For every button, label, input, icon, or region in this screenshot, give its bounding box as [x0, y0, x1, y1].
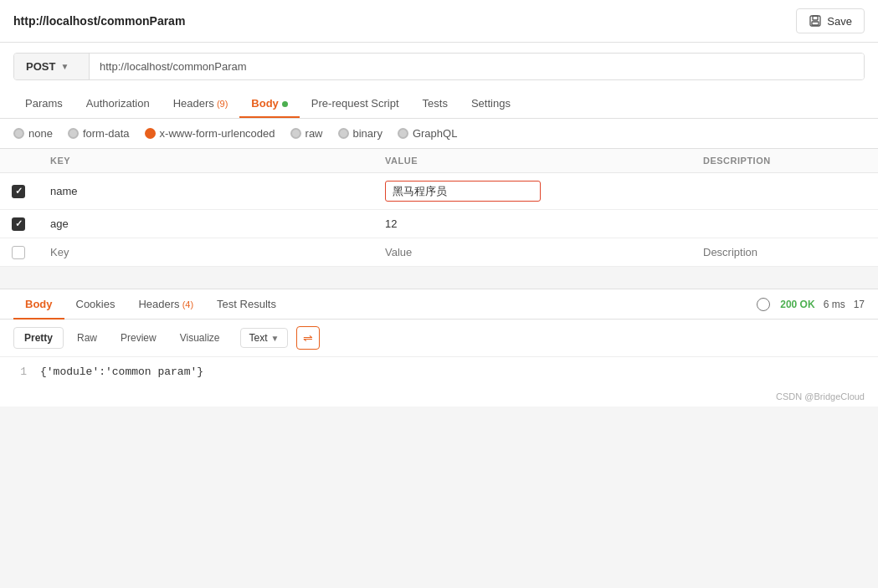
tab-badge-headers: (9) [214, 99, 228, 109]
globe-icon [757, 298, 770, 311]
empty-key-input[interactable] [50, 246, 365, 258]
table-row: ✓ [0, 210, 878, 238]
top-bar: http://localhost/commonParam Save [0, 0, 878, 43]
empty-checkbox[interactable] [12, 246, 25, 259]
radio-label-graphql: GraphQL [413, 127, 457, 140]
radio-dot-none [13, 128, 24, 139]
row-1-desc-input[interactable] [703, 217, 868, 230]
view-tab-pretty[interactable]: Pretty [13, 327, 64, 349]
response-tabs-row: BodyCookiesHeaders (4)Test Results 200 O… [0, 289, 878, 320]
table-empty-row [0, 238, 878, 267]
tab-tests[interactable]: Tests [411, 90, 460, 116]
method-url-row: POST ▼ [13, 53, 865, 80]
empty-desc-cell [693, 238, 878, 267]
col-header-description: DESCRIPTION [693, 149, 878, 173]
row-1-key-cell [40, 210, 375, 238]
view-tab-raw[interactable]: Raw [67, 328, 107, 348]
body-options-row: noneform-datax-www-form-urlencodedrawbin… [0, 119, 878, 149]
top-bar-url: http://localhost/commonParam [13, 14, 185, 28]
row-0-value-input[interactable] [385, 181, 541, 202]
row-1-checkbox[interactable]: ✓ [12, 217, 25, 231]
row-0-checkbox[interactable]: ✓ [12, 185, 25, 198]
row-1-key-input[interactable] [50, 217, 365, 230]
radio-label-x-www-form-urlencoded: x-www-form-urlencoded [160, 127, 275, 140]
code-area: 1 {'module':'common param'} [0, 357, 878, 386]
response-tab-body[interactable]: Body [13, 289, 64, 319]
radio-option-raw[interactable]: raw [290, 127, 323, 140]
tab-headers[interactable]: Headers (9) [162, 90, 240, 116]
empty-check-cell [0, 238, 40, 267]
response-size: 17 [854, 299, 865, 310]
tab-settings[interactable]: Settings [460, 90, 522, 116]
spacer [0, 267, 878, 280]
code-line: 1 {'module':'common param'} [13, 366, 865, 378]
view-tab-visualize[interactable]: Visualize [170, 328, 230, 348]
params-table: KEY VALUE DESCRIPTION ✓✓ [0, 149, 878, 267]
response-tab-badge-headers: (4) [180, 299, 194, 309]
response-meta: 200 OK 6 ms 17 [757, 298, 865, 311]
row-0-key-cell [40, 173, 375, 210]
tab-params[interactable]: Params [13, 90, 74, 116]
response-tab-cookies[interactable]: Cookies [64, 289, 127, 319]
empty-desc-input[interactable] [703, 246, 868, 258]
view-tabs-row: PrettyRawPreviewVisualize Text ▼ ⇌ [0, 320, 878, 357]
radio-option-form-data[interactable]: form-data [68, 127, 130, 140]
format-chevron-icon: ▼ [271, 334, 280, 343]
empty-value-input[interactable] [385, 246, 683, 258]
radio-dot-binary [338, 128, 349, 139]
table-row: ✓ [0, 173, 878, 210]
request-tabs-row: ParamsAuthorizationHeaders (9)BodyPre-re… [13, 90, 865, 118]
row-0-key-input[interactable] [50, 185, 365, 197]
row-1-check-cell: ✓ [0, 210, 40, 238]
checkmark-icon: ✓ [15, 218, 23, 229]
save-button[interactable]: Save [796, 8, 865, 33]
radio-label-binary: binary [353, 127, 383, 140]
radio-dot-form-data [68, 128, 79, 139]
row-1-value-cell [375, 210, 693, 238]
svg-rect-1 [813, 16, 818, 20]
row-0-value-cell [375, 173, 693, 210]
row-1-desc-cell [693, 210, 878, 238]
col-header-key: KEY [40, 149, 375, 173]
radio-dot-x-www-form-urlencoded [145, 128, 156, 139]
format-label: Text [249, 332, 268, 344]
footer-attribution: CSDN @BridgeCloud [0, 386, 878, 406]
chevron-down-icon: ▼ [60, 62, 69, 71]
radio-label-none: none [28, 127, 53, 140]
method-select[interactable]: POST ▼ [14, 54, 90, 79]
url-input[interactable] [90, 54, 864, 79]
tab-prerequest[interactable]: Pre-request Script [300, 90, 411, 116]
radio-option-binary[interactable]: binary [338, 127, 383, 140]
radio-dot-graphql [398, 128, 408, 139]
empty-value-cell [375, 238, 693, 267]
request-section: POST ▼ ParamsAuthorizationHeaders (9)Bod… [0, 43, 878, 119]
radio-dot-raw [290, 128, 301, 139]
checkmark-icon: ✓ [15, 186, 23, 197]
radio-option-x-www-form-urlencoded[interactable]: x-www-form-urlencoded [145, 127, 275, 140]
response-tab-test-results[interactable]: Test Results [205, 289, 288, 319]
tab-body[interactable]: Body [239, 90, 300, 116]
svg-rect-2 [812, 22, 819, 25]
method-label: POST [26, 60, 55, 73]
radio-label-raw: raw [306, 127, 323, 140]
radio-option-none[interactable]: none [13, 127, 53, 140]
empty-key-cell [40, 238, 375, 267]
row-1-value-input[interactable] [385, 217, 683, 230]
radio-option-graphql[interactable]: GraphQL [398, 127, 457, 140]
tab-authorization[interactable]: Authorization [74, 90, 162, 116]
wrap-icon: ⇌ [303, 331, 313, 345]
code-text: {'module':'common param'} [40, 366, 203, 378]
response-time: 6 ms [824, 299, 845, 310]
response-status: 200 OK [780, 299, 814, 310]
row-0-check-cell: ✓ [0, 173, 40, 210]
col-header-value: VALUE [375, 149, 693, 173]
save-icon [809, 14, 822, 28]
row-0-desc-input[interactable] [703, 185, 868, 197]
response-section: BodyCookiesHeaders (4)Test Results 200 O… [0, 289, 878, 406]
view-tab-preview[interactable]: Preview [110, 328, 167, 348]
row-0-desc-cell [693, 173, 878, 210]
format-select[interactable]: Text ▼ [240, 328, 289, 348]
wrap-button[interactable]: ⇌ [296, 326, 320, 350]
response-tab-headers[interactable]: Headers (4) [126, 289, 205, 319]
radio-label-form-data: form-data [83, 127, 130, 140]
